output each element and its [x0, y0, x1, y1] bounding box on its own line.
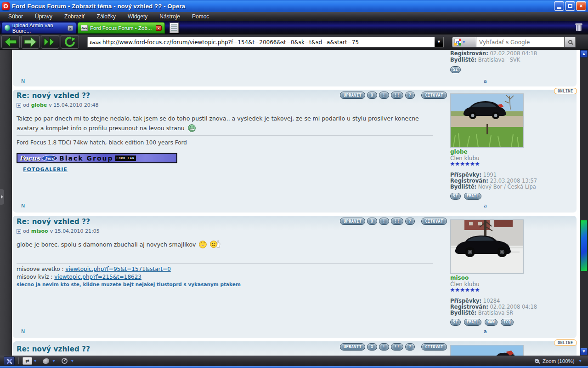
- avatar-image-focus-hatch: [451, 94, 523, 147]
- author-link[interactable]: misoo: [31, 228, 48, 234]
- www-button[interactable]: WWW: [485, 319, 498, 326]
- top-link[interactable]: N: [21, 328, 25, 334]
- panels-button[interactable]: [4, 356, 15, 365]
- od-label: od: [23, 102, 29, 108]
- address-dropdown-button[interactable]: ▼: [435, 37, 443, 47]
- forward-button[interactable]: [21, 35, 40, 49]
- email-button[interactable]: EMAIL: [464, 319, 482, 326]
- panel-toggle-handle[interactable]: [0, 189, 4, 205]
- minimize-button[interactable]: [554, 1, 564, 11]
- avatar-globe[interactable]: [450, 93, 524, 148]
- signature-banner[interactable]: Focus Ford Black Group FORD FAN: [17, 153, 177, 163]
- menu-view[interactable]: Zobraziť: [59, 12, 90, 21]
- close-icon: ×: [579, 3, 582, 9]
- report-button[interactable]: !: [379, 92, 389, 99]
- warn-button[interactable]: !!: [391, 218, 403, 225]
- profile-rank: Člen klubu: [450, 155, 480, 161]
- signature-link[interactable]: viewtopic.php?f=215&t=18623: [54, 274, 141, 280]
- menu-bookmarks[interactable]: Záložky: [91, 12, 121, 21]
- edit-button[interactable]: UPRAVIT: [340, 92, 365, 99]
- menu-widgets[interactable]: Widgety: [122, 12, 153, 21]
- zoom-control[interactable]: Zoom (100%) ▼: [535, 358, 588, 364]
- report-button[interactable]: !: [379, 218, 389, 225]
- fast-forward-button[interactable]: [41, 35, 59, 49]
- post-title[interactable]: Re: nový vzhled ??: [17, 345, 90, 353]
- top-link[interactable]: N: [21, 78, 25, 84]
- zoom-dropdown-icon[interactable]: ▼: [579, 359, 582, 363]
- info-button[interactable]: ?: [405, 218, 415, 225]
- search-go-button[interactable]: [565, 37, 576, 47]
- anchor-link[interactable]: a: [484, 78, 487, 84]
- scroll-down-button[interactable]: ▼: [580, 348, 588, 355]
- fast-forward-icon: [43, 36, 57, 48]
- avatar-globe[interactable]: [450, 345, 524, 356]
- reload-button[interactable]: [61, 35, 79, 49]
- tab-close-icon[interactable]: ×: [156, 25, 162, 31]
- post-misoo-2105: Re: nový vzhled ?? UPRAVIT X ! !! ? CITO…: [13, 216, 577, 338]
- profile-username[interactable]: globe: [450, 149, 468, 155]
- delete-button[interactable]: X: [367, 92, 377, 99]
- warn-button[interactable]: !!: [391, 343, 403, 351]
- pm-button[interactable]: SZ: [450, 193, 461, 200]
- report-button[interactable]: !: [379, 343, 389, 351]
- fit-to-width-button[interactable]: ⇄: [23, 357, 32, 365]
- post-title[interactable]: Re: nový vzhled ??: [17, 218, 90, 226]
- icq-button[interactable]: ICQ: [501, 319, 514, 326]
- vertical-scrollbar[interactable]: ▲ ▼: [580, 50, 588, 356]
- quote-button[interactable]: CITOVAT: [421, 343, 447, 351]
- address-bar[interactable]: focus ▼: [87, 37, 444, 47]
- pm-button[interactable]: SZ: [450, 66, 461, 73]
- quote-button[interactable]: CITOVAT: [421, 218, 447, 225]
- anchor-link[interactable]: a: [484, 203, 487, 209]
- search-engine-selector[interactable]: g ▼: [452, 37, 476, 47]
- post-title[interactable]: Re: nový vzhled ??: [17, 92, 90, 100]
- top-link[interactable]: N: [21, 203, 25, 209]
- delete-button[interactable]: X: [367, 343, 377, 351]
- signature-divider: [17, 263, 433, 264]
- fit-width-dropdown-icon[interactable]: ▼: [34, 359, 36, 363]
- delete-button[interactable]: X: [367, 218, 377, 225]
- fotogalerie-link[interactable]: FOTOGALERIE: [17, 167, 74, 172]
- quote-button[interactable]: CITOVAT: [421, 92, 447, 99]
- profile-username[interactable]: misoo: [450, 275, 469, 281]
- post-plus-icon[interactable]: +: [17, 103, 21, 108]
- signature-link[interactable]: viewtopic.php?f=95&t=1571&start=0: [65, 266, 170, 272]
- scroll-up-button[interactable]: ▲: [580, 50, 588, 58]
- edit-button[interactable]: UPRAVIT: [340, 218, 365, 225]
- pm-button[interactable]: SZ: [450, 319, 461, 326]
- menu-file[interactable]: Súbor: [3, 12, 28, 21]
- avatar-misoo[interactable]: [450, 219, 524, 274]
- scrollbar-thumb[interactable]: [580, 220, 588, 271]
- gestures-dropdown-icon[interactable]: ▼: [52, 359, 55, 363]
- info-button[interactable]: ?: [405, 343, 415, 351]
- edit-button[interactable]: UPRAVIT: [340, 343, 365, 351]
- restore-button[interactable]: [565, 1, 575, 11]
- tab-ford-focus-forum[interactable]: focus Ford Focus Forum • Zob... ×: [78, 22, 165, 34]
- taskbar-edge: [0, 366, 588, 368]
- warn-button[interactable]: !!: [391, 92, 403, 99]
- tab-close-icon[interactable]: ×: [68, 25, 73, 31]
- new-page-icon[interactable]: [170, 23, 179, 33]
- search-input[interactable]: [476, 39, 564, 46]
- back-button[interactable]: [1, 35, 20, 49]
- mouse-gestures-button[interactable]: [41, 357, 51, 365]
- author-link[interactable]: globe: [31, 102, 47, 108]
- menu-help[interactable]: Pomoc: [187, 12, 215, 21]
- search-box[interactable]: [476, 37, 565, 47]
- post-body-text: globe je borec, spolu s damonom zbuchali…: [17, 241, 196, 248]
- email-button[interactable]: EMAIL: [464, 193, 482, 200]
- post-plus-icon[interactable]: +: [17, 229, 21, 234]
- menu-edit[interactable]: Úpravy: [29, 12, 58, 21]
- anchor-link[interactable]: a: [484, 328, 487, 334]
- address-input[interactable]: [102, 37, 435, 47]
- tab-upload-armin[interactable]: upload Armin van Buure... ×: [1, 22, 76, 34]
- info-button[interactable]: ?: [405, 92, 415, 99]
- speed-dropdown-icon[interactable]: ▼: [71, 359, 74, 363]
- trash-icon[interactable]: [575, 23, 582, 32]
- speed-button[interactable]: [60, 357, 69, 365]
- menu-tools[interactable]: Nástroje: [154, 12, 186, 21]
- location-value: Bratislava SR: [478, 310, 513, 316]
- close-button[interactable]: ×: [576, 1, 586, 11]
- browser-viewport: Registrován: 02.02.2008 04:18 Bydliště: …: [0, 50, 588, 356]
- sig-link-label: misoove avetko :: [17, 266, 64, 272]
